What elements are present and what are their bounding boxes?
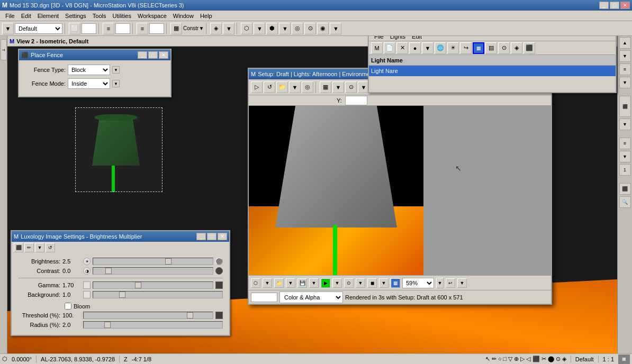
menu-element[interactable]: Element — [34, 12, 62, 20]
toolbar-val2[interactable]: 0 — [115, 23, 130, 34]
lm-grid-btn[interactable]: ▦ — [473, 42, 484, 54]
setup-tb7[interactable]: ▼ — [332, 81, 344, 93]
place-fence-maximize[interactable]: □ — [148, 51, 158, 59]
y-input[interactable]: 571 — [345, 96, 367, 105]
lux-tb2[interactable]: ✏ — [24, 243, 34, 252]
fence-mode-arrow[interactable]: ▼ — [112, 80, 120, 87]
menu-workspace[interactable]: Workspace — [134, 12, 170, 20]
background-slider[interactable] — [93, 291, 223, 298]
setup-zoom-combo[interactable]: 59% — [402, 278, 434, 288]
setup-bottom-btn6[interactable]: ▼ — [309, 278, 319, 288]
color-alpha-combo[interactable]: Color & Alpha — [279, 292, 343, 303]
rp-btn10[interactable]: ⬛ — [619, 183, 631, 195]
rp-btn1[interactable]: ▲ — [619, 37, 631, 49]
setup-bottom-btn4[interactable]: ▼ — [286, 278, 295, 288]
lux-tb1[interactable]: ⬛ — [14, 243, 23, 252]
rp-btn7[interactable]: ≡ — [619, 138, 631, 149]
fence-type-arrow[interactable]: ▼ — [112, 66, 120, 74]
toolbar-btn2[interactable]: ≡ — [103, 23, 114, 34]
toolbar-btn4[interactable]: ▼ — [223, 23, 234, 34]
lm-tb-btn1[interactable]: M — [371, 42, 383, 54]
contrast-slider[interactable] — [93, 267, 213, 275]
light-name-row[interactable]: Light Nare — [369, 66, 616, 76]
setup-bottom-btn11[interactable]: ◼ — [367, 278, 377, 288]
app-maximize-btn[interactable]: □ — [610, 2, 619, 9]
setup-redo-btn[interactable]: ▼ — [457, 278, 467, 288]
toolbar-btn11[interactable]: ◉ — [317, 23, 329, 34]
lm-tb-btn3[interactable]: ✕ — [396, 42, 408, 54]
rp-btn3[interactable]: ≡ — [619, 63, 631, 75]
toolbar-btn9[interactable]: ◎ — [292, 23, 303, 34]
lux-tb3[interactable]: ▼ — [35, 243, 44, 252]
toolbar-btn8[interactable]: ▼ — [279, 23, 291, 34]
setup-tb6[interactable]: ▦ — [320, 81, 331, 93]
setup-bottom-btn12[interactable]: ▼ — [379, 278, 389, 288]
lux-tb4[interactable]: ↺ — [46, 243, 55, 252]
toolbar-default-combo[interactable]: Default — [15, 23, 62, 34]
setup-zoom-arrow[interactable]: ▼ — [436, 278, 444, 288]
setup-tb3[interactable]: 📁 — [276, 81, 288, 93]
brightness-slider[interactable] — [93, 258, 213, 265]
rp-btn2[interactable]: ▼ — [619, 50, 631, 62]
radius-slider[interactable] — [83, 321, 223, 329]
toolbar-btn12[interactable]: ▼ — [330, 23, 341, 34]
lm-tb-btn8[interactable]: ↪ — [460, 42, 472, 54]
toolbar-arrow-btn[interactable]: ▼ — [2, 23, 14, 34]
setup-tb8[interactable]: ⊙ — [345, 81, 357, 93]
lm-tb-btn9[interactable]: ▤ — [485, 42, 497, 54]
lux-minimize[interactable]: _ — [196, 233, 206, 240]
rp-btn8[interactable]: ▼ — [619, 151, 631, 162]
bloom-checkbox[interactable] — [65, 303, 71, 310]
threshold-slider[interactable] — [83, 312, 213, 319]
lm-tb-btn10[interactable]: ⊙ — [498, 42, 510, 54]
rp-btn6[interactable]: ▼ — [619, 119, 631, 130]
menu-edit[interactable]: Edit — [18, 12, 34, 20]
setup-tb1[interactable]: ▷ — [251, 81, 263, 93]
rp-btn4[interactable]: ▼ — [619, 77, 631, 88]
setup-bottom-btn2[interactable]: ▼ — [263, 278, 272, 288]
lm-tb-btn7[interactable]: ☀ — [447, 42, 459, 54]
menu-file[interactable]: File — [2, 12, 18, 20]
setup-bottom-btn7[interactable]: ▶ — [321, 278, 330, 288]
app-minimize-btn[interactable]: _ — [599, 2, 609, 9]
setup-tb2[interactable]: ↺ — [264, 81, 275, 93]
toolbar-btn3[interactable]: ≡ — [137, 23, 148, 34]
toolbar-btn10[interactable]: ⊙ — [304, 23, 316, 34]
gamma-slider[interactable] — [93, 281, 213, 289]
setup-bottom-btn3[interactable]: 📁 — [274, 278, 284, 288]
rp-btn5[interactable]: ⬛ — [619, 96, 631, 117]
setup-tb5[interactable]: ◎ — [302, 81, 313, 93]
setup-tb4[interactable]: ▼ — [289, 81, 301, 93]
rp-btn9[interactable]: 1 — [619, 164, 631, 176]
setup-undo-btn[interactable]: ↩ — [446, 278, 455, 288]
menu-settings[interactable]: Settings — [62, 12, 89, 20]
toolbar-val1[interactable]: 0 — [82, 23, 96, 34]
toolbar-const-btn[interactable]: ▦ — [170, 23, 182, 34]
toolbar-btn5[interactable]: ⬡ — [241, 23, 252, 34]
lux-maximize[interactable]: □ — [207, 233, 216, 240]
toolbar-val3[interactable]: 0 — [149, 23, 164, 34]
setup-bottom-btn10[interactable]: ▼ — [356, 278, 365, 288]
lux-close[interactable]: ✕ — [218, 233, 227, 240]
toolbar-btn6[interactable]: ▼ — [254, 23, 265, 34]
setup-bottom-btn9[interactable]: ⊙ — [344, 278, 354, 288]
lm-tb-btn4[interactable]: ● — [409, 42, 421, 54]
rp-search-btn[interactable]: 🔍 — [619, 196, 631, 208]
sidebar-tab1[interactable]: T — [1, 39, 7, 60]
fence-mode-combo[interactable]: Inside — [68, 78, 110, 89]
setup-bottom-btn13[interactable]: ▦ — [391, 278, 400, 288]
menu-tools[interactable]: Tools — [89, 12, 110, 20]
toolbar-view-btn1[interactable]: ⬜ — [69, 23, 80, 34]
fence-type-combo[interactable]: Block — [68, 65, 110, 75]
lm-tb-btn12[interactable]: ⬛ — [523, 42, 535, 54]
menu-window[interactable]: Window — [170, 12, 197, 20]
setup-bottom-btn8[interactable]: ▼ — [332, 278, 342, 288]
setup-bottom-btn1[interactable]: ⬡ — [251, 278, 260, 288]
lm-tb-btn6[interactable]: 🌐 — [435, 42, 446, 54]
toolbar-btn7[interactable]: ⬢ — [266, 23, 278, 34]
menu-help[interactable]: Help — [197, 12, 215, 20]
lm-tb-btn2[interactable]: 📄 — [384, 42, 395, 54]
lm-tb-btn5[interactable]: ▼ — [422, 42, 434, 54]
lm-tb-btn11[interactable]: ◈ — [511, 42, 522, 54]
menu-utilities[interactable]: Utilities — [110, 12, 134, 20]
